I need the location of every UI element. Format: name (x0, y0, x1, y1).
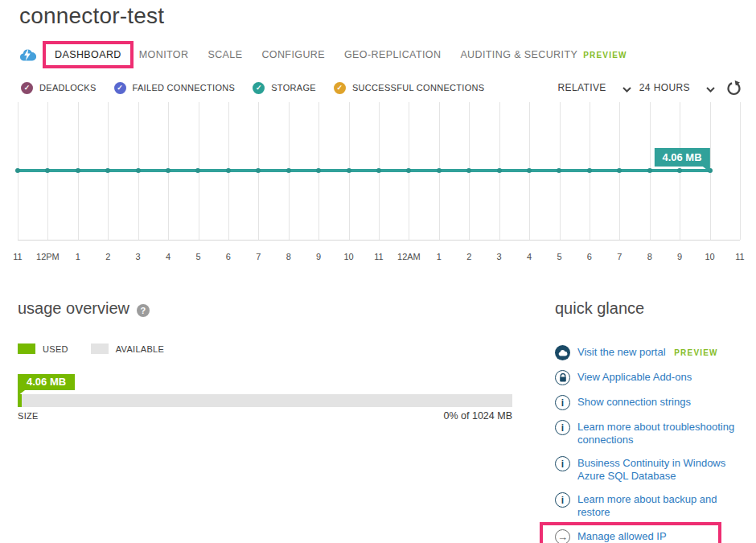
data-point (136, 168, 141, 173)
data-point (226, 168, 231, 173)
usage-used-fill (18, 394, 22, 407)
x-axis-tick: 5 (557, 252, 561, 261)
link-backup-restore[interactable]: Learn more about backup and restore (577, 492, 748, 519)
usage-value-badge: 4.06 MB (18, 374, 75, 390)
check-icon: ✓ (334, 82, 346, 94)
data-point (316, 168, 321, 173)
quick-glance-title: quick glance (555, 299, 644, 318)
help-icon[interactable]: ? (137, 304, 150, 317)
tab-auditing-security[interactable]: AUDITING & SECURITY PREVIEW (460, 49, 627, 60)
x-axis-tick: 9 (316, 252, 321, 261)
x-axis-tick: 8 (286, 252, 291, 261)
data-point (376, 168, 381, 173)
data-point (497, 168, 502, 173)
data-point (347, 168, 351, 173)
x-axis-tick: 7 (256, 252, 261, 261)
metric-toggle-storage[interactable]: ✓ STORAGE (253, 82, 316, 94)
legend-label: AVAILABLE (116, 344, 164, 354)
highlight-box-manage-ip: → Manage allowed IP addresses (540, 522, 721, 543)
x-axis-tick: 11 (735, 252, 744, 261)
info-icon: i (555, 492, 570, 508)
data-point (105, 168, 110, 173)
page-title: connector-test (19, 3, 164, 29)
metric-label: FAILED CONNECTIONS (133, 83, 236, 93)
chart-controls: RELATIVE 24 HOURS (557, 80, 742, 96)
link-troubleshooting-connections[interactable]: Learn more about troubleshooting connect… (577, 420, 748, 446)
cloud-icon (555, 345, 570, 360)
data-point (256, 168, 261, 173)
info-icon: i (555, 456, 570, 471)
usage-legend: USED AVAILABLE (18, 343, 187, 354)
x-axis-tick: 11 (13, 252, 22, 261)
x-axis-tick: 9 (677, 252, 682, 261)
preview-badge: PREVIEW (674, 348, 718, 357)
data-point (406, 168, 411, 173)
check-icon: ✓ (253, 82, 265, 94)
link-manage-ip-addresses[interactable]: Manage allowed IP addresses (577, 529, 709, 543)
metric-toggle-deadlocks[interactable]: ✓ DEADLOCKS (21, 82, 97, 94)
data-point (195, 168, 200, 173)
data-point (527, 168, 532, 173)
storage-series-line (18, 169, 710, 172)
tab-dashboard-label: DASHBOARD (55, 49, 121, 60)
legend-label: USED (43, 344, 68, 354)
link-label: Visit the new portal (577, 346, 666, 358)
metric-label: SUCCESSFUL CONNECTIONS (352, 83, 485, 93)
list-item: i Learn more about backup and restore (555, 492, 753, 519)
link-view-addons[interactable]: View Applicable Add-ons (577, 370, 692, 384)
data-point (76, 168, 80, 173)
data-point (557, 168, 561, 173)
data-point (466, 168, 471, 173)
data-point (286, 168, 291, 173)
x-axis-tick: 8 (647, 252, 652, 261)
usage-overview-header: usage overview ? (18, 299, 150, 318)
link-business-continuity[interactable]: Business Continuity in Windows Azure SQL… (577, 456, 748, 483)
x-axis-tick: 12PM (36, 252, 60, 261)
x-axis-tick: 3 (136, 252, 141, 261)
chart-value-badge: 4.06 MB (654, 148, 709, 167)
data-point (166, 168, 171, 173)
metric-toggle-successful-connections[interactable]: ✓ SUCCESSFUL CONNECTIONS (334, 82, 485, 94)
data-point (587, 168, 592, 173)
chart-x-axis-labels: 1112PM123456789101112AM1234567891011 (18, 252, 740, 265)
sql-database-cloud-icon (19, 48, 36, 61)
list-item: i Show connection strings (555, 395, 753, 410)
tab-geo-replication[interactable]: GEO-REPLICATION (344, 49, 441, 60)
link-show-connection-strings[interactable]: Show connection strings (577, 395, 691, 409)
x-axis-tick: 6 (587, 252, 592, 261)
gridline (740, 102, 741, 240)
time-range-dropdown[interactable]: 24 HOURS (639, 82, 690, 93)
usage-progress-bar (18, 394, 512, 407)
x-axis-tick: 4 (166, 252, 171, 261)
list-item: View Applicable Add-ons (555, 370, 753, 385)
data-point (437, 168, 442, 173)
tab-configure[interactable]: CONFIGURE (261, 49, 325, 60)
refresh-icon[interactable] (726, 80, 742, 96)
data-point (617, 168, 622, 173)
relative-dropdown[interactable]: RELATIVE (557, 82, 606, 93)
x-axis-tick: 2 (105, 252, 110, 261)
usage-footer: SIZE 0% of 1024 MB (18, 410, 512, 422)
x-axis-tick: 12AM (397, 252, 421, 261)
arrow-right-icon: → (555, 529, 570, 543)
usage-percent-text: 0% of 1024 MB (444, 410, 512, 422)
available-swatch (91, 343, 109, 354)
link-visit-new-portal[interactable]: Visit the new portal PREVIEW (577, 345, 718, 360)
storage-chart-plot: 4.06 MB (18, 102, 740, 241)
preview-badge: PREVIEW (583, 51, 627, 60)
tab-scale[interactable]: SCALE (207, 49, 242, 60)
tab-dashboard[interactable]: DASHBOARD (43, 41, 134, 68)
x-axis-tick: 3 (497, 252, 502, 261)
x-axis-tick: 1 (76, 252, 80, 261)
chevron-down-icon[interactable] (622, 81, 631, 96)
x-axis-tick: 1 (437, 252, 442, 261)
arrow-glyph: → (557, 532, 568, 542)
x-axis-tick: 10 (705, 252, 714, 261)
metric-toggle-failed-connections[interactable]: ✓ FAILED CONNECTIONS (114, 82, 236, 94)
x-axis-tick: 11 (374, 252, 383, 261)
x-axis-tick: 5 (195, 252, 200, 261)
check-icon: ✓ (114, 82, 126, 94)
tab-monitor[interactable]: MONITOR (139, 49, 189, 60)
x-axis-tick: 10 (343, 252, 353, 261)
chevron-down-icon[interactable] (706, 81, 715, 96)
